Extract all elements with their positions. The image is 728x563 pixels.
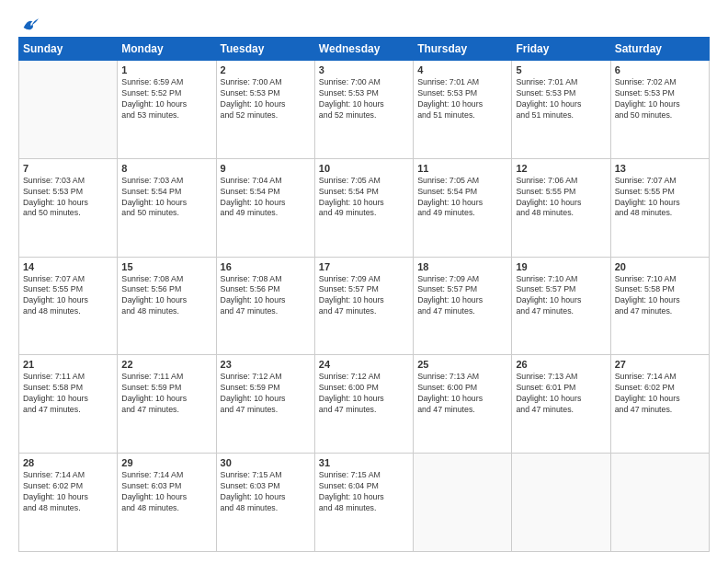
calendar-cell [512, 454, 610, 552]
day-info: Sunrise: 7:05 AM Sunset: 5:54 PM Dayligh… [319, 176, 409, 220]
calendar-cell [414, 454, 512, 552]
calendar-cell: 25Sunrise: 7:13 AM Sunset: 6:00 PM Dayli… [414, 355, 512, 454]
calendar-cell: 8Sunrise: 7:03 AM Sunset: 5:54 PM Daylig… [118, 158, 216, 257]
day-number: 8 [121, 163, 211, 174]
day-number: 29 [121, 457, 211, 468]
day-info: Sunrise: 7:15 AM Sunset: 6:03 PM Dayligh… [221, 470, 311, 514]
calendar-cell: 2Sunrise: 7:00 AM Sunset: 5:53 PM Daylig… [216, 61, 314, 159]
day-info: Sunrise: 7:10 AM Sunset: 5:57 PM Dayligh… [516, 274, 606, 318]
calendar-table: SundayMondayTuesdayWednesdayThursdayFrid… [18, 37, 710, 552]
day-number: 21 [23, 359, 113, 370]
day-number: 17 [319, 261, 409, 272]
day-info: Sunrise: 7:01 AM Sunset: 5:53 PM Dayligh… [417, 77, 507, 121]
day-number: 19 [516, 261, 606, 272]
day-info: Sunrise: 7:13 AM Sunset: 6:01 PM Dayligh… [516, 372, 606, 416]
day-header-sunday: Sunday [19, 38, 118, 61]
calendar-cell: 30Sunrise: 7:15 AM Sunset: 6:03 PM Dayli… [216, 454, 314, 552]
day-number: 15 [121, 261, 211, 272]
day-header-monday: Monday [118, 38, 216, 61]
day-header-thursday: Thursday [414, 38, 512, 61]
page: SundayMondayTuesdayWednesdayThursdayFrid… [0, 0, 728, 563]
day-number: 25 [417, 359, 507, 370]
day-number: 24 [319, 359, 409, 370]
calendar-cell: 31Sunrise: 7:15 AM Sunset: 6:04 PM Dayli… [314, 454, 413, 552]
day-number: 7 [23, 163, 113, 174]
calendar-cell [610, 454, 709, 552]
calendar-cell: 22Sunrise: 7:11 AM Sunset: 5:59 PM Dayli… [118, 355, 216, 454]
calendar-cell: 15Sunrise: 7:08 AM Sunset: 5:56 PM Dayli… [118, 257, 216, 355]
day-number: 9 [221, 163, 311, 174]
day-info: Sunrise: 7:04 AM Sunset: 5:54 PM Dayligh… [221, 176, 311, 220]
calendar-cell: 18Sunrise: 7:09 AM Sunset: 5:57 PM Dayli… [414, 257, 512, 355]
day-number: 23 [221, 359, 311, 370]
day-info: Sunrise: 7:03 AM Sunset: 5:53 PM Dayligh… [23, 176, 113, 220]
day-info: Sunrise: 7:11 AM Sunset: 5:59 PM Dayligh… [121, 372, 211, 416]
day-number: 1 [121, 64, 211, 75]
day-info: Sunrise: 7:12 AM Sunset: 5:59 PM Dayligh… [221, 372, 311, 416]
day-info: Sunrise: 7:00 AM Sunset: 5:53 PM Dayligh… [319, 77, 409, 121]
day-number: 12 [516, 163, 606, 174]
calendar-week-row: 14Sunrise: 7:07 AM Sunset: 5:55 PM Dayli… [19, 257, 710, 355]
day-number: 4 [417, 64, 507, 75]
logo [18, 17, 39, 28]
day-number: 16 [221, 261, 311, 272]
day-info: Sunrise: 7:09 AM Sunset: 5:57 PM Dayligh… [319, 274, 409, 318]
calendar-cell [19, 61, 118, 159]
day-number: 13 [615, 163, 705, 174]
calendar-cell: 29Sunrise: 7:14 AM Sunset: 6:03 PM Dayli… [118, 454, 216, 552]
calendar-cell: 19Sunrise: 7:10 AM Sunset: 5:57 PM Dayli… [512, 257, 610, 355]
calendar-cell: 12Sunrise: 7:06 AM Sunset: 5:55 PM Dayli… [512, 158, 610, 257]
calendar-week-row: 1Sunrise: 6:59 AM Sunset: 5:52 PM Daylig… [19, 61, 710, 159]
day-info: Sunrise: 7:06 AM Sunset: 5:55 PM Dayligh… [516, 176, 606, 220]
day-number: 11 [417, 163, 507, 174]
header [18, 17, 710, 28]
day-info: Sunrise: 7:02 AM Sunset: 5:53 PM Dayligh… [615, 77, 705, 121]
day-number: 5 [516, 64, 606, 75]
day-number: 3 [319, 64, 409, 75]
day-number: 28 [23, 457, 113, 468]
day-info: Sunrise: 7:14 AM Sunset: 6:02 PM Dayligh… [615, 372, 705, 416]
day-number: 20 [615, 261, 705, 272]
day-info: Sunrise: 7:11 AM Sunset: 5:58 PM Dayligh… [23, 372, 113, 416]
calendar-cell: 28Sunrise: 7:14 AM Sunset: 6:02 PM Dayli… [19, 454, 118, 552]
day-info: Sunrise: 7:14 AM Sunset: 6:02 PM Dayligh… [23, 470, 113, 514]
day-info: Sunrise: 6:59 AM Sunset: 5:52 PM Dayligh… [121, 77, 211, 121]
day-number: 26 [516, 359, 606, 370]
calendar-cell: 3Sunrise: 7:00 AM Sunset: 5:53 PM Daylig… [314, 61, 413, 159]
calendar-cell: 4Sunrise: 7:01 AM Sunset: 5:53 PM Daylig… [414, 61, 512, 159]
day-number: 2 [221, 64, 311, 75]
day-number: 14 [23, 261, 113, 272]
calendar-week-row: 7Sunrise: 7:03 AM Sunset: 5:53 PM Daylig… [19, 158, 710, 257]
day-info: Sunrise: 7:08 AM Sunset: 5:56 PM Dayligh… [221, 274, 311, 318]
calendar-cell: 7Sunrise: 7:03 AM Sunset: 5:53 PM Daylig… [19, 158, 118, 257]
calendar-cell: 1Sunrise: 6:59 AM Sunset: 5:52 PM Daylig… [118, 61, 216, 159]
calendar-week-row: 28Sunrise: 7:14 AM Sunset: 6:02 PM Dayli… [19, 454, 710, 552]
day-info: Sunrise: 7:15 AM Sunset: 6:04 PM Dayligh… [319, 470, 409, 514]
day-info: Sunrise: 7:10 AM Sunset: 5:58 PM Dayligh… [615, 274, 705, 318]
day-info: Sunrise: 7:14 AM Sunset: 6:03 PM Dayligh… [121, 470, 211, 514]
day-info: Sunrise: 7:01 AM Sunset: 5:53 PM Dayligh… [516, 77, 606, 121]
calendar-cell: 24Sunrise: 7:12 AM Sunset: 6:00 PM Dayli… [314, 355, 413, 454]
day-info: Sunrise: 7:08 AM Sunset: 5:56 PM Dayligh… [121, 274, 211, 318]
calendar-cell: 13Sunrise: 7:07 AM Sunset: 5:55 PM Dayli… [610, 158, 709, 257]
calendar-cell: 16Sunrise: 7:08 AM Sunset: 5:56 PM Dayli… [216, 257, 314, 355]
day-header-wednesday: Wednesday [314, 38, 413, 61]
day-number: 6 [615, 64, 705, 75]
calendar-cell: 14Sunrise: 7:07 AM Sunset: 5:55 PM Dayli… [19, 257, 118, 355]
day-info: Sunrise: 7:03 AM Sunset: 5:54 PM Dayligh… [121, 176, 211, 220]
day-info: Sunrise: 7:07 AM Sunset: 5:55 PM Dayligh… [615, 176, 705, 220]
day-info: Sunrise: 7:05 AM Sunset: 5:54 PM Dayligh… [417, 176, 507, 220]
day-number: 22 [121, 359, 211, 370]
calendar-cell: 23Sunrise: 7:12 AM Sunset: 5:59 PM Dayli… [216, 355, 314, 454]
day-info: Sunrise: 7:00 AM Sunset: 5:53 PM Dayligh… [221, 77, 311, 121]
calendar-cell: 11Sunrise: 7:05 AM Sunset: 5:54 PM Dayli… [414, 158, 512, 257]
logo-bird-icon [22, 17, 39, 31]
calendar-cell: 17Sunrise: 7:09 AM Sunset: 5:57 PM Dayli… [314, 257, 413, 355]
calendar-header-row: SundayMondayTuesdayWednesdayThursdayFrid… [19, 38, 710, 61]
day-number: 30 [221, 457, 311, 468]
day-info: Sunrise: 7:13 AM Sunset: 6:00 PM Dayligh… [417, 372, 507, 416]
day-number: 18 [417, 261, 507, 272]
calendar-week-row: 21Sunrise: 7:11 AM Sunset: 5:58 PM Dayli… [19, 355, 710, 454]
day-info: Sunrise: 7:12 AM Sunset: 6:00 PM Dayligh… [319, 372, 409, 416]
calendar-cell: 27Sunrise: 7:14 AM Sunset: 6:02 PM Dayli… [610, 355, 709, 454]
